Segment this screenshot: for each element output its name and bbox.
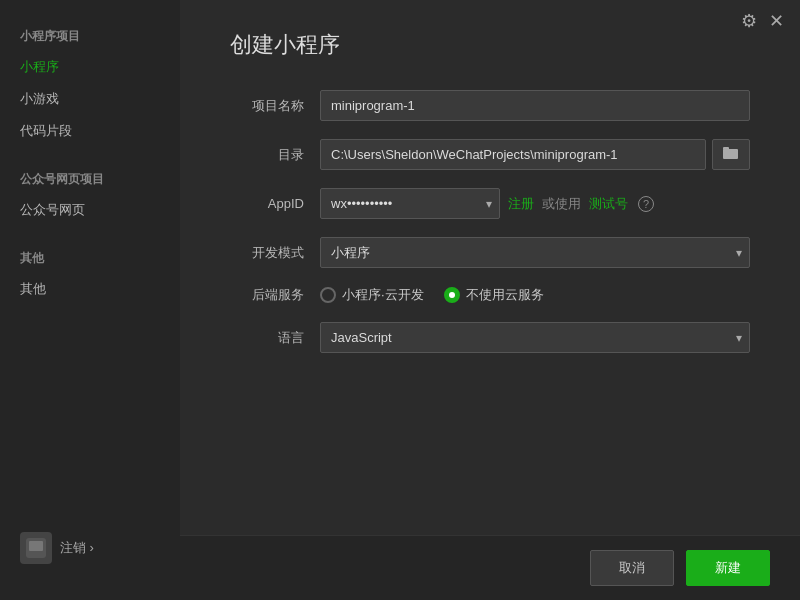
devmode-select[interactable]: 小程序 插件: [320, 237, 750, 268]
folder-browse-button[interactable]: [712, 139, 750, 170]
dir-label: 目录: [230, 146, 320, 164]
bottom-bar: 取消 新建: [180, 535, 800, 600]
lang-control: JavaScript TypeScript: [320, 322, 750, 353]
sidebar-section-title-webpage: 公众号网页项目: [0, 163, 180, 194]
sidebar-item-miniprogram[interactable]: 小程序: [0, 51, 180, 83]
dir-input[interactable]: [320, 139, 706, 170]
sidebar-logout[interactable]: 注销 ›: [0, 516, 180, 580]
appid-select-wrap: wx••••••••••: [320, 188, 500, 219]
form-row-dir: 目录: [230, 139, 750, 170]
sidebar-item-other[interactable]: 其他: [0, 273, 180, 305]
devmode-label: 开发模式: [230, 244, 320, 262]
project-name-label: 项目名称: [230, 97, 320, 115]
svg-rect-2: [723, 149, 738, 159]
lang-label: 语言: [230, 329, 320, 347]
page-title: 创建小程序: [230, 30, 750, 60]
devmode-control: 小程序 插件: [320, 237, 750, 268]
logout-text: 注销 ›: [60, 539, 94, 557]
sidebar-item-webpage[interactable]: 公众号网页: [0, 194, 180, 226]
backend-option-cloud[interactable]: 小程序·云开发: [320, 286, 424, 304]
dir-control: [320, 139, 750, 170]
lang-select-wrap: JavaScript TypeScript: [320, 322, 750, 353]
top-bar: ⚙ ✕: [725, 0, 800, 42]
backend-nocloud-label: 不使用云服务: [466, 286, 544, 304]
form-row-lang: 语言 JavaScript TypeScript: [230, 322, 750, 353]
backend-label: 后端服务: [230, 286, 320, 304]
form-row-devmode: 开发模式 小程序 插件: [230, 237, 750, 268]
sidebar-section-miniprogram: 小程序项目 小程序 小游戏 代码片段: [0, 20, 180, 147]
appid-select[interactable]: wx••••••••••: [320, 188, 500, 219]
close-button[interactable]: ✕: [769, 12, 784, 30]
lang-select[interactable]: JavaScript TypeScript: [320, 322, 750, 353]
main-content: 创建小程序 项目名称 目录 AppID: [180, 0, 800, 600]
register-link[interactable]: 注册: [508, 195, 534, 213]
svg-rect-3: [723, 147, 729, 150]
appid-label: AppID: [230, 196, 320, 211]
form-row-project-name: 项目名称: [230, 90, 750, 121]
sidebar-section-title-miniprogram: 小程序项目: [0, 20, 180, 51]
sidebar-section-webpage: 公众号网页项目 公众号网页: [0, 163, 180, 226]
devmode-select-wrap: 小程序 插件: [320, 237, 750, 268]
project-name-input[interactable]: [320, 90, 750, 121]
form-row-appid: AppID wx•••••••••• 注册 或使用 测试号 ?: [230, 188, 750, 219]
sidebar: 小程序项目 小程序 小游戏 代码片段 公众号网页项目 公众号网页 其他 其他 注…: [0, 0, 180, 600]
settings-button[interactable]: ⚙: [741, 12, 757, 30]
backend-control: 小程序·云开发 不使用云服务: [320, 286, 750, 304]
project-name-control: [320, 90, 750, 121]
help-icon[interactable]: ?: [638, 196, 654, 212]
avatar: [20, 532, 52, 564]
cancel-button[interactable]: 取消: [590, 550, 674, 586]
backend-cloud-label: 小程序·云开发: [342, 286, 424, 304]
backend-radio-group: 小程序·云开发 不使用云服务: [320, 286, 750, 304]
backend-option-nocloud[interactable]: 不使用云服务: [444, 286, 544, 304]
sidebar-item-minigame[interactable]: 小游戏: [0, 83, 180, 115]
sidebar-item-snippet[interactable]: 代码片段: [0, 115, 180, 147]
or-text: 或使用: [542, 195, 581, 213]
backend-radio-cloud[interactable]: [320, 287, 336, 303]
svg-rect-1: [29, 541, 43, 551]
create-button[interactable]: 新建: [686, 550, 770, 586]
sidebar-section-title-other: 其他: [0, 242, 180, 273]
backend-radio-nocloud[interactable]: [444, 287, 460, 303]
form-row-backend: 后端服务 小程序·云开发 不使用云服务: [230, 286, 750, 304]
sidebar-section-other: 其他 其他: [0, 242, 180, 305]
appid-control: wx•••••••••• 注册 或使用 测试号 ?: [320, 188, 750, 219]
test-link[interactable]: 测试号: [589, 195, 628, 213]
